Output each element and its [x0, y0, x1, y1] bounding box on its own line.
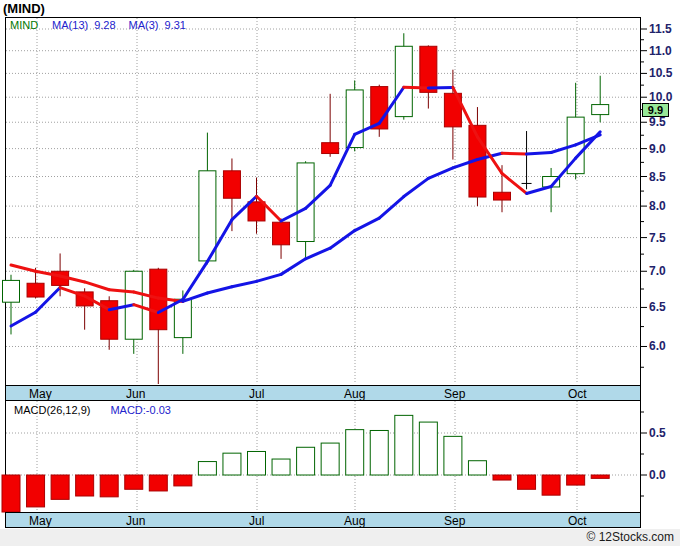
price-tick-label: 9.0 [649, 142, 679, 156]
copyright-text: © 12Stocks.com [586, 530, 674, 544]
chart-legend: MINDMA(13)9.28MA(3)9.31 [10, 19, 199, 31]
month-label: Aug [344, 514, 365, 528]
month-label: Sep [444, 387, 465, 401]
month-label: Aug [344, 387, 365, 401]
month-label: Jun [126, 387, 145, 401]
stock-chart-page: (MIND) MINDMA(13)9.28MA(3)9.31 MayJunJul… [0, 0, 680, 546]
macd-value: MACD:-0.03 [110, 404, 171, 416]
month-axis-top: MayJunJulAugSepOct [5, 385, 641, 401]
price-tick-label: 6.5 [649, 300, 679, 314]
legend-ma13-value: 9.28 [94, 19, 115, 31]
legend-ma13-label: MA(13) [52, 19, 88, 31]
macd-legend: MACD(26,12,9)MACD:-0.03 [14, 404, 171, 416]
ma3-line [11, 87, 600, 326]
legend-symbol: MIND [10, 19, 38, 31]
price-tick-label: 7.5 [649, 231, 679, 245]
price-tick-label: 9.5 [649, 115, 679, 129]
axis-ticks [641, 29, 647, 496]
legend-ma3-label: MA(3) [129, 19, 159, 31]
price-tick-label: 11.5 [649, 22, 679, 36]
macd-histogram [2, 415, 609, 512]
month-label: May [29, 514, 52, 528]
price-tick-label: 7.0 [649, 264, 679, 278]
month-label: Oct [568, 514, 587, 528]
current-price-badge: 9.9 [642, 103, 669, 117]
month-label: Jul [249, 387, 264, 401]
footer: © 12Stocks.com [0, 529, 680, 546]
month-axis-bottom: MayJunJulAugSepOct [5, 512, 641, 528]
legend-ma3-value: 9.31 [165, 19, 186, 31]
price-tick-label: 11.0 [649, 44, 679, 58]
month-label: Jul [249, 514, 264, 528]
macd-tick-label: 0.5 [649, 426, 679, 440]
price-tick-label: 6.0 [649, 339, 679, 353]
gridlines [6, 18, 639, 512]
month-label: Jun [126, 514, 145, 528]
month-label: Oct [568, 387, 587, 401]
macd-label: MACD(26,12,9) [14, 404, 90, 416]
macd-tick-label: 0.0 [649, 468, 679, 482]
price-tick-label: 8.0 [649, 199, 679, 213]
price-tick-label: 8.5 [649, 170, 679, 184]
price-tick-label: 10.5 [649, 66, 679, 80]
month-label: Sep [444, 514, 465, 528]
month-label: May [29, 387, 52, 401]
chart-canvas [0, 0, 680, 546]
